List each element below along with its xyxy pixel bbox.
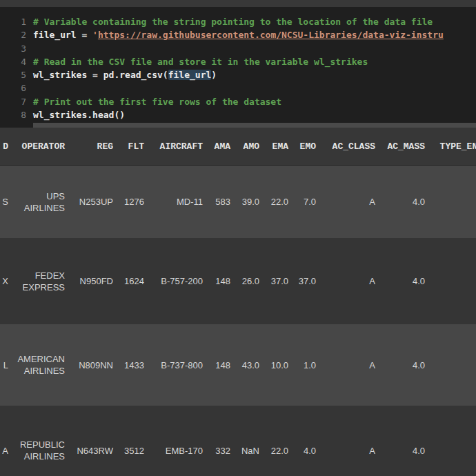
line-number: 3 [0,42,26,55]
code-text: ) [211,70,217,80]
cell: 1.0 [292,324,320,406]
cell-toolbar-strip [0,0,476,7]
column-header-ama: AMA [207,128,235,166]
dataframe-output[interactable]: D OPERATOR REG FLT AIRCRAFT AMA AMO EMA … [0,128,476,476]
code-line[interactable]: 3 [0,42,476,55]
cell: L [0,324,12,406]
cell: S [0,166,12,239]
column-header-operator: OPERATOR [12,128,69,166]
cell: 37.0 [264,238,292,324]
cell: 332 [207,406,235,476]
cell: 22.0 [264,166,292,239]
cell: B-737-800 [148,324,207,406]
cell: N643RW [69,406,117,476]
column-header-ema: EMA [264,128,292,166]
code-line[interactable]: 8 wl_strikes.head() [0,108,476,121]
header-row: D OPERATOR REG FLT AIRCRAFT AMA AMO EMA … [0,128,476,166]
code-text: wl_strikes = pd.read_csv( [33,70,168,80]
cell: 22.0 [264,406,292,476]
cell: B-757-200 [148,238,207,324]
column-header-reg: REG [69,128,117,166]
cell: D [429,238,476,324]
cell: 1624 [117,238,148,324]
cell: 3512 [117,406,148,476]
url-link[interactable]: https://raw.githubusercontent.com/NCSU-L… [98,30,444,40]
cell: 39.0 [235,166,264,239]
cell: 4.0 [379,324,429,406]
cell: UPS AIRLINES [12,166,69,239]
cell: 583 [207,166,235,239]
code-line[interactable]: 2 file_url = 'https://raw.githubusercont… [0,28,476,41]
code-statement: file_url = 'https://raw.githubuserconten… [26,28,444,41]
table-row: S UPS AIRLINES N253UP 1276 MD-11 583 39.… [0,166,476,239]
dataframe-table: D OPERATOR REG FLT AIRCRAFT AMA AMO EMA … [0,128,476,476]
horizontal-scrollbar[interactable] [33,123,476,128]
code-comment: # Print out the first five rows of the d… [26,95,281,108]
code-line[interactable]: 7 # Print out the first five rows of the… [0,95,476,108]
cell: 1276 [117,166,148,239]
code-text: file_url = [33,30,92,40]
cell: N950FD [69,238,117,324]
cell: D [429,324,476,406]
cell: 7.0 [292,166,320,239]
cell: 4.0 [292,406,320,476]
code-editor[interactable]: 1 # Variable containing the string point… [0,7,476,128]
cell: 10.0 [264,324,292,406]
column-header-aircraft: AIRCRAFT [148,128,207,166]
cell: 43.0 [235,324,264,406]
code-statement: wl_strikes = pd.read_csv(file_url) [26,68,217,81]
code-line[interactable]: 6 [0,81,476,95]
cell: A [320,238,379,324]
cell: N809NN [69,324,117,406]
cell: N253UP [69,166,117,239]
line-number: 4 [0,55,26,68]
line-number: 8 [0,108,26,121]
cell: EMB-170 [148,406,207,476]
cell: A [0,406,12,476]
column-header-ac-class: AC_CLASS [320,128,379,166]
column-header-type-eng: TYPE_ENG [429,128,476,166]
line-number: 2 [0,28,26,41]
cell: 148 [207,238,235,324]
column-header-emo: EMO [292,128,320,166]
cell: FEDEX EXPRESS [12,238,69,324]
cell: 4.0 [379,166,429,239]
code-comment: # Read in the CSV file and store it in t… [26,55,368,68]
cell: 4.0 [379,406,429,476]
column-header-ac-mass: AC_MASS [379,128,429,166]
code-comment: # Variable containing the string pointin… [26,15,433,28]
cell: 148 [207,324,235,406]
code-line[interactable]: 4 # Read in the CSV file and store it in… [0,55,476,68]
cell: D [429,406,476,476]
cell: 1433 [117,324,148,406]
column-header-opid: D [0,128,12,166]
table-row: A REPUBLIC AIRLINES N643RW 3512 EMB-170 … [0,406,476,476]
cell: D [429,166,476,239]
column-header-flt: FLT [117,128,148,166]
cell: 4.0 [379,238,429,324]
code-text: wl_strikes.head() [26,108,125,121]
highlighted-variable: file_url [168,70,212,80]
code-line[interactable]: 5 wl_strikes = pd.read_csv(file_url) [0,68,476,81]
line-number: 7 [0,95,26,108]
line-number: 5 [0,68,26,81]
cell: A [320,406,379,476]
column-header-amo: AMO [235,128,264,166]
cell: 26.0 [235,238,264,324]
cell: REPUBLIC AIRLINES [12,406,69,476]
line-number: 1 [0,15,26,28]
cell: A [320,166,379,239]
string-quote: ' [92,30,98,40]
cell: A [320,324,379,406]
cell: 37.0 [292,238,320,324]
cell: AMERICAN AIRLINES [12,324,69,406]
line-number: 6 [0,81,26,95]
table-row: L AMERICAN AIRLINES N809NN 1433 B-737-80… [0,324,476,406]
table-row: X FEDEX EXPRESS N950FD 1624 B-757-200 14… [0,238,476,324]
code-line[interactable]: 1 # Variable containing the string point… [0,15,476,28]
cell: MD-11 [148,166,207,239]
cell: NaN [235,406,264,476]
cell: X [0,238,12,324]
